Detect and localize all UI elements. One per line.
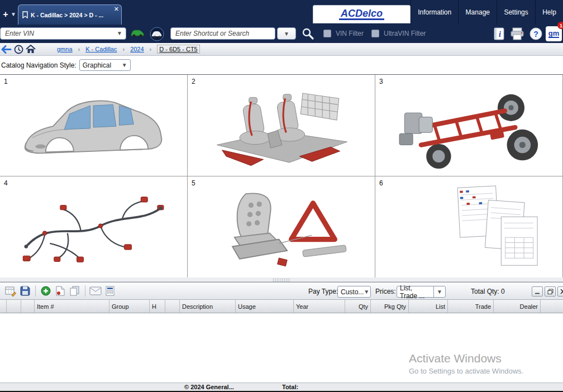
header-group[interactable]: Group — [109, 300, 150, 313]
wiring-harness-image — [10, 185, 178, 278]
chassis-image — [385, 84, 553, 176]
total-label: Total: — [282, 384, 298, 390]
new-tab-button[interactable]: + — [1, 8, 10, 21]
bookmark-icon — [22, 11, 28, 18]
save-icon[interactable] — [18, 284, 32, 298]
toolbar-separator — [85, 285, 85, 297]
notification-badge: 1 — [557, 22, 563, 29]
vin-filter-checkbox[interactable]: VIN Filter — [323, 30, 364, 37]
breadcrumb-make[interactable]: K - Cadillac — [85, 46, 117, 52]
catalog-section-grid: 1 2 — [0, 74, 563, 278]
catalog-tab[interactable]: K - Cadillac > 2024 > D - ... ✕ — [18, 4, 122, 25]
svg-text:?: ? — [533, 30, 538, 39]
seats-interior-image — [198, 84, 365, 176]
breadcrumb-model-current[interactable]: D - 6D5 - CT5 — [157, 45, 199, 54]
header-trade[interactable]: Trade — [448, 300, 494, 313]
tab-list-chevron-icon[interactable]: ▼ — [9, 11, 17, 19]
help-icon[interactable]: ? — [529, 27, 542, 40]
calculator-document-icon[interactable] — [103, 284, 117, 298]
header-dealer[interactable]: Dealer — [494, 300, 541, 313]
close-tab-icon[interactable]: ✕ — [114, 6, 119, 12]
panel-window-controls — [532, 286, 563, 297]
section-panel-body[interactable]: 1 — [0, 75, 188, 176]
prices-select[interactable]: List, Trade ... ▼ — [397, 286, 446, 298]
header-year[interactable]: Year — [294, 300, 345, 313]
header-blank — [541, 300, 563, 313]
search-dropdown-button[interactable]: ▼ — [277, 27, 296, 40]
activate-windows-watermark: Activate Windows Go to Settings to activ… — [409, 352, 523, 375]
edit-worksheet-icon[interactable] — [3, 284, 18, 298]
vin-dropdown-chevron-icon[interactable]: ▼ — [117, 30, 122, 36]
svg-text:i: i — [499, 30, 501, 39]
header-description[interactable]: Description — [180, 300, 236, 313]
close-button[interactable] — [557, 286, 563, 297]
green-vehicle-icon[interactable] — [130, 28, 145, 39]
acdelco-logo-text: ACDelco — [339, 8, 384, 21]
header-list[interactable]: List — [409, 300, 448, 313]
header-qty[interactable]: Qty — [345, 300, 371, 313]
ultravin-filter-checkbox[interactable]: UltraVIN Filter — [371, 30, 426, 37]
prices-label: Prices: — [375, 288, 396, 295]
pay-type-select[interactable]: Custo... ▼ — [337, 286, 371, 298]
parts-table-header: Item # Group H Description Usage Year Qt… — [0, 300, 563, 313]
splitter-dots-icon: :::::::: — [273, 278, 290, 281]
vin-filter-label: VIN Filter — [336, 30, 364, 37]
document-alert-icon[interactable] — [53, 284, 68, 298]
section-panel-chassis[interactable]: 3 — [375, 75, 563, 176]
panel-number: 4 — [4, 179, 8, 187]
copy-icon[interactable] — [68, 284, 82, 298]
header-pkg-qty[interactable]: Pkg Qty — [371, 300, 409, 313]
total-qty-label: Total Qty: 0 — [471, 288, 505, 295]
acdelco-logo[interactable]: ACDelco — [313, 5, 411, 23]
copyright-text: © 2024 General... — [184, 384, 234, 390]
minimize-button[interactable] — [532, 286, 543, 297]
menu-information[interactable]: Information — [411, 0, 458, 25]
documents-image — [405, 183, 563, 276]
panel-number: 5 — [192, 179, 195, 187]
header-blank — [0, 300, 7, 313]
menu-manage[interactable]: Manage — [458, 0, 497, 25]
menu-settings[interactable]: Settings — [497, 0, 535, 25]
ultravin-filter-checkbox-box — [371, 30, 379, 37]
pay-type-label: Pay Type: — [308, 288, 338, 295]
back-arrow-icon[interactable] — [0, 45, 12, 54]
home-icon[interactable] — [25, 45, 37, 54]
panel-number: 1 — [4, 78, 8, 85]
acdelco-catalog-window: + ▼ K - Cadillac > 2024 > D - ... ✕ ACDe… — [0, 0, 563, 392]
vehicle-info-book-icon[interactable]: i — [494, 27, 505, 41]
section-panel-documents[interactable]: 6 — [375, 176, 563, 278]
catalog-nav-style-select[interactable]: Graphical ▼ — [79, 59, 131, 71]
header-h[interactable]: H — [150, 300, 165, 313]
printer-icon[interactable] — [510, 27, 525, 40]
vehicle-circle-icon[interactable] — [150, 27, 164, 41]
section-panel-seats[interactable]: 2 — [188, 75, 375, 176]
chevron-down-icon: ▼ — [122, 62, 127, 68]
main-menu: Information Manage Settings Help — [411, 0, 563, 25]
toolbar-separator — [35, 285, 36, 297]
history-clock-icon[interactable] — [12, 45, 25, 54]
breadcrumb-gmna[interactable]: gmna — [57, 46, 73, 52]
chevron-down-icon: ▼ — [437, 289, 442, 295]
breadcrumb-separator-icon: › — [150, 46, 152, 52]
search-icon[interactable] — [302, 27, 314, 40]
restore-button[interactable] — [545, 286, 556, 297]
panel-number: 2 — [192, 78, 195, 85]
header-usage[interactable]: Usage — [236, 300, 294, 313]
shortcut-search-input[interactable] — [170, 27, 275, 40]
menu-help[interactable]: Help — [535, 0, 563, 25]
top-bar: + ▼ K - Cadillac > 2024 > D - ... ✕ ACDe… — [0, 0, 563, 25]
ultravin-filter-label: UltraVIN Filter — [384, 30, 426, 37]
add-item-icon[interactable] — [39, 284, 53, 298]
splitter-handle[interactable]: :::::::: — [0, 278, 563, 282]
header-item[interactable]: Item # — [35, 300, 109, 313]
breadcrumb-separator-icon: › — [78, 46, 80, 52]
email-icon[interactable] — [88, 284, 103, 298]
section-panel-seat-accessories[interactable]: 5 — [188, 176, 375, 278]
breadcrumb-separator-icon: › — [122, 46, 125, 52]
chevron-down-icon: ▼ — [364, 289, 369, 295]
panel-number: 3 — [379, 78, 383, 85]
section-panel-wiring[interactable]: 4 — [0, 176, 188, 278]
header-blank — [21, 300, 35, 313]
breadcrumb-year[interactable]: 2024 — [130, 46, 144, 52]
vin-input[interactable] — [0, 27, 126, 40]
